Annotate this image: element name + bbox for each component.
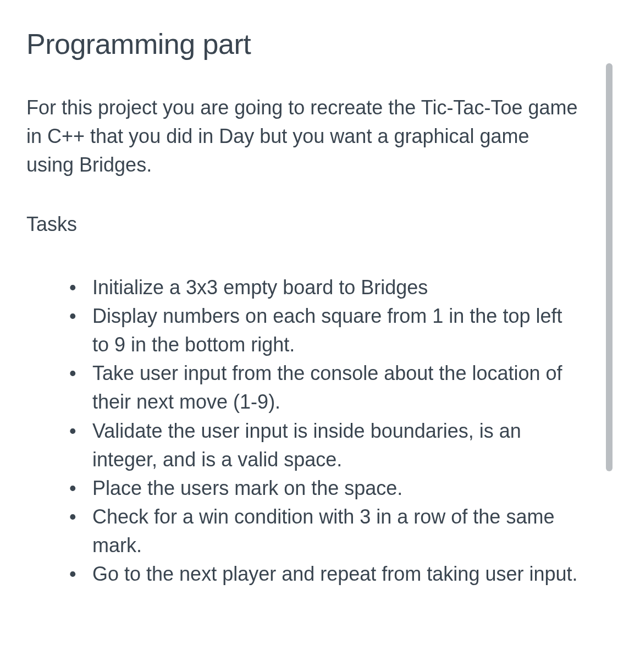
list-item: Place the users mark on the space. [69,474,582,503]
list-item: Take user input from the console about t… [69,359,582,416]
scrollbar[interactable] [606,63,613,471]
tasks-heading: Tasks [26,213,582,236]
page-title: Programming part [26,27,582,60]
list-item: Check for a win condition with 3 in a ro… [69,503,582,560]
list-item: Go to the next player and repeat from ta… [69,560,582,588]
list-item: Validate the user input is inside bounda… [69,417,582,474]
document-content: Programming part For this project you ar… [26,27,582,589]
intro-paragraph: For this project you are going to recrea… [26,93,582,180]
list-item: Initialize a 3x3 empty board to Bridges [69,273,582,302]
tasks-list: Initialize a 3x3 empty board to Bridges … [26,273,582,589]
list-item: Display numbers on each square from 1 in… [69,302,582,359]
